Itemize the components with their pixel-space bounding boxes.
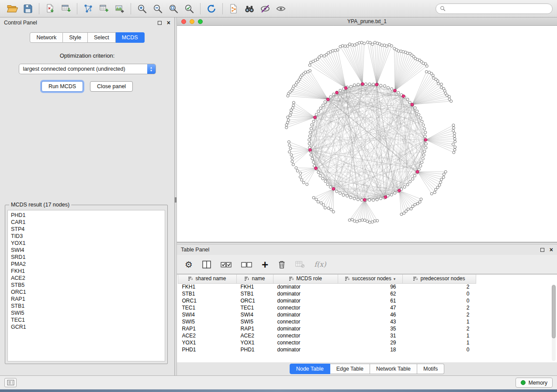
network-node[interactable] bbox=[414, 107, 416, 109]
leaf-node[interactable] bbox=[348, 43, 351, 45]
leaf-node[interactable] bbox=[407, 208, 409, 210]
network-node[interactable] bbox=[423, 150, 426, 153]
table-cell[interactable]: STB1 bbox=[178, 290, 237, 297]
table-cell[interactable]: 0 bbox=[403, 290, 476, 297]
network-node[interactable] bbox=[364, 83, 367, 86]
import-table-from-file-button[interactable] bbox=[58, 2, 74, 16]
table-row[interactable]: SWI5SWI5connector431 bbox=[178, 318, 476, 325]
leaf-node[interactable] bbox=[388, 44, 391, 46]
table-cell[interactable]: dominator bbox=[273, 311, 338, 318]
leaf-node[interactable] bbox=[324, 206, 326, 209]
leaf-node[interactable] bbox=[306, 183, 308, 186]
network-node[interactable] bbox=[368, 199, 371, 201]
network-node[interactable] bbox=[425, 146, 427, 149]
leaf-node[interactable] bbox=[366, 220, 369, 223]
leaf-node[interactable] bbox=[285, 124, 288, 126]
tab-network[interactable]: Network bbox=[30, 32, 63, 43]
leaf-node[interactable] bbox=[444, 171, 447, 173]
column-header-predecessor-nodes[interactable]: predecessor nodes bbox=[403, 275, 476, 283]
table-cell[interactable]: SWI4 bbox=[237, 311, 273, 318]
memory-button[interactable]: Memory bbox=[515, 378, 553, 388]
network-node[interactable] bbox=[317, 171, 320, 174]
table-cell[interactable]: 2 bbox=[403, 311, 476, 318]
leaf-node[interactable] bbox=[432, 77, 435, 79]
leaf-node[interactable] bbox=[437, 83, 439, 85]
leaf-node[interactable] bbox=[453, 132, 456, 134]
table-row[interactable]: ORC1ORC1dominator610 bbox=[178, 297, 476, 304]
network-node[interactable] bbox=[380, 84, 382, 87]
leaf-node[interactable] bbox=[320, 202, 322, 204]
mcds-result-node[interactable]: SWI5 bbox=[11, 309, 165, 316]
leaf-node[interactable] bbox=[323, 55, 325, 57]
mcds-result-node[interactable]: FKH1 bbox=[11, 268, 165, 275]
mcds-result-node[interactable]: STP4 bbox=[11, 226, 165, 233]
search-field[interactable] bbox=[436, 3, 553, 14]
table-row[interactable]: YOX1YOX1connector291 bbox=[178, 339, 476, 346]
mcds-result-node[interactable]: PHD1 bbox=[11, 212, 165, 219]
tab-mcds[interactable]: MCDS bbox=[116, 32, 145, 43]
table-cell[interactable]: STB1 bbox=[237, 290, 273, 297]
leaf-node[interactable] bbox=[332, 210, 335, 213]
network-node[interactable] bbox=[317, 110, 320, 113]
network-node[interactable] bbox=[422, 124, 425, 126]
show-graphics-details-button[interactable] bbox=[273, 2, 289, 16]
table-cell[interactable]: RAP1 bbox=[178, 325, 237, 332]
close-panel-button[interactable]: Close panel bbox=[90, 81, 133, 92]
network-window-titlebar[interactable]: YPA_prune.txt_1 bbox=[177, 17, 557, 26]
network-node[interactable] bbox=[329, 186, 332, 188]
table-cell[interactable]: ACE2 bbox=[237, 332, 273, 339]
deselect-all-icon[interactable] bbox=[241, 258, 252, 271]
mcds-dominator-node[interactable] bbox=[402, 95, 405, 98]
leaf-node[interactable] bbox=[420, 198, 422, 200]
table-cell[interactable]: FKH1 bbox=[178, 283, 237, 290]
table-cell[interactable]: connector bbox=[273, 339, 338, 346]
network-node[interactable] bbox=[312, 120, 315, 123]
network-node[interactable] bbox=[413, 174, 416, 177]
mcds-result-node[interactable]: CAR1 bbox=[11, 219, 165, 226]
table-cell[interactable]: ORC1 bbox=[237, 297, 273, 304]
leaf-node[interactable] bbox=[405, 210, 407, 213]
leaf-node[interactable] bbox=[287, 116, 289, 118]
table-cell[interactable]: dominator bbox=[273, 297, 338, 304]
leaf-node[interactable] bbox=[443, 173, 445, 175]
table-row[interactable]: FKH1FKH1dominator962 bbox=[178, 283, 476, 290]
leaf-node[interactable] bbox=[371, 43, 374, 45]
table-cell[interactable]: connector bbox=[273, 332, 338, 339]
table-cell[interactable]: 62 bbox=[338, 290, 403, 297]
network-node[interactable] bbox=[336, 190, 338, 193]
network-node[interactable] bbox=[342, 194, 345, 196]
table-cell[interactable]: PHD1 bbox=[237, 346, 273, 353]
leaf-node[interactable] bbox=[454, 140, 457, 143]
network-node[interactable] bbox=[376, 198, 378, 201]
table-row[interactable]: RAP1RAP1dominator352 bbox=[178, 325, 476, 332]
tab-select[interactable]: Select bbox=[88, 32, 116, 43]
table-cell[interactable]: 47 bbox=[338, 304, 403, 311]
table-cell[interactable]: SWI5 bbox=[237, 318, 273, 325]
table-row[interactable]: SWI4SWI4dominator462 bbox=[178, 311, 476, 318]
leaf-node[interactable] bbox=[299, 172, 302, 175]
mcds-dominator-node[interactable] bbox=[394, 89, 397, 92]
table-cell[interactable]: 35 bbox=[338, 325, 403, 332]
network-node[interactable] bbox=[311, 157, 314, 160]
network-node[interactable] bbox=[403, 186, 406, 188]
leaf-node[interactable] bbox=[419, 201, 421, 203]
leaf-node[interactable] bbox=[434, 188, 437, 191]
leaf-node[interactable] bbox=[289, 114, 291, 117]
import-network-from-file-button[interactable] bbox=[42, 2, 58, 16]
leaf-node[interactable] bbox=[452, 127, 455, 129]
leaf-node[interactable] bbox=[291, 157, 294, 159]
leaf-node[interactable] bbox=[452, 130, 455, 132]
float-panel-icon[interactable] bbox=[158, 21, 162, 25]
network-node[interactable] bbox=[324, 180, 327, 182]
search-network-button[interactable] bbox=[242, 2, 257, 16]
network-node[interactable] bbox=[422, 158, 424, 160]
leaf-node[interactable] bbox=[292, 101, 295, 104]
network-node[interactable] bbox=[346, 195, 349, 197]
tab-node-table[interactable]: Node Table bbox=[290, 364, 330, 374]
table-cell[interactable]: RAP1 bbox=[237, 325, 273, 332]
leaf-node[interactable] bbox=[408, 52, 411, 55]
table-cell[interactable]: TEC1 bbox=[178, 304, 237, 311]
table-cell[interactable]: FKH1 bbox=[237, 283, 273, 290]
table-cell[interactable]: 1 bbox=[403, 332, 476, 339]
tab-motifs[interactable]: Motifs bbox=[417, 364, 444, 374]
